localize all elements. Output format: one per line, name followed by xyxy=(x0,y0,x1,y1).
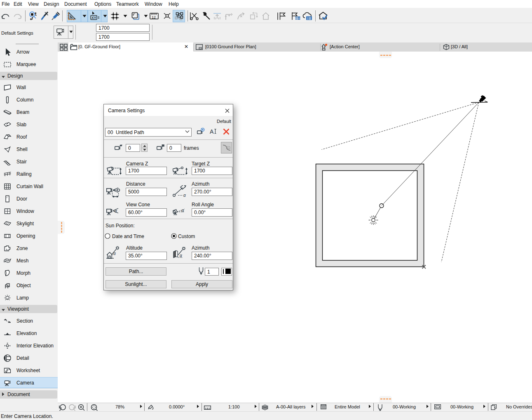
svg-text:XY: XY xyxy=(91,16,96,20)
svg-text:α: α xyxy=(183,193,186,197)
svg-text:α: α xyxy=(113,251,116,256)
svg-text:α: α xyxy=(180,253,182,258)
svg-text:α: α xyxy=(115,209,117,213)
svg-text:12: 12 xyxy=(152,15,156,19)
svg-text:α: α xyxy=(182,208,184,213)
svg-text:A: A xyxy=(210,128,214,135)
